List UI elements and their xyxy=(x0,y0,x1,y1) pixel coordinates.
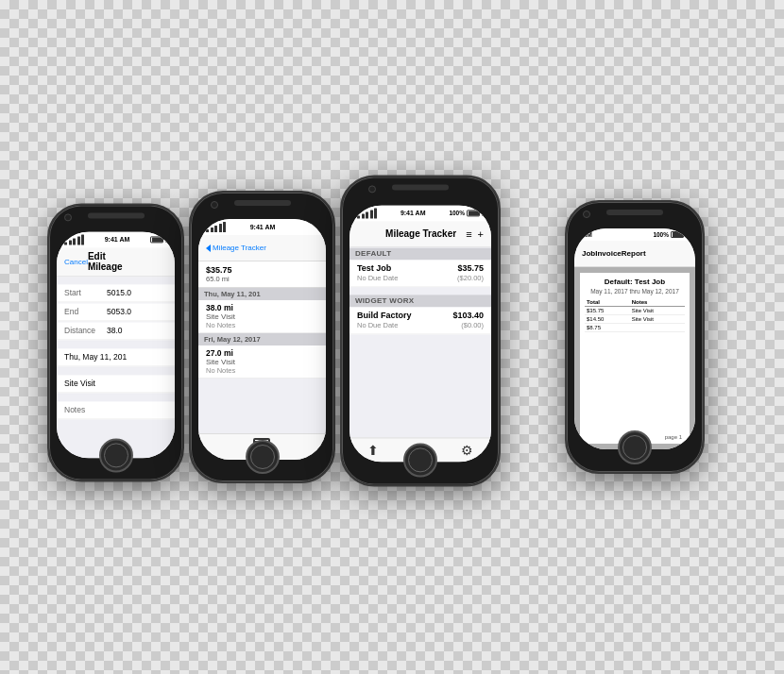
mileage-item-1[interactable]: 38.0 mi Site Visit No Notes xyxy=(198,300,326,333)
status-bar-1: 9:41 AM xyxy=(57,231,175,247)
test-job-sub-amount: ($20.00) xyxy=(457,274,484,282)
date-field[interactable]: Thu, May 11, 201 xyxy=(57,348,175,366)
end-field[interactable]: End 5053.0 xyxy=(57,303,175,321)
battery-tip-4 xyxy=(686,233,688,237)
end-label: End xyxy=(64,307,107,316)
home-button-2[interactable] xyxy=(246,440,280,474)
add-icon[interactable]: + xyxy=(478,228,484,240)
row3-total: $8.75 xyxy=(585,324,630,332)
row3-notes xyxy=(630,324,685,332)
test-job-title: Test Job xyxy=(357,263,457,273)
col-notes: Notes xyxy=(630,298,685,307)
screen-3: 9:41 AM 100% Mileage Tracker xyxy=(349,205,491,462)
battery-area-1 xyxy=(150,236,167,243)
phone-1: 9:41 AM Cancel Edit Mileage xyxy=(47,203,184,481)
date-row-1: Thu, May 11, 201 xyxy=(198,288,326,300)
build-factory-title: Build Factory xyxy=(357,311,452,320)
report-nav-title: JobInvoiceReport xyxy=(582,249,646,258)
nav-bar-2: Mileage Tracker xyxy=(198,235,326,261)
row1-notes: Site Visit xyxy=(630,307,685,315)
speaker-3 xyxy=(392,184,449,190)
miles-2: 27.0 mi xyxy=(206,348,318,358)
back-label: Mileage Tracker xyxy=(213,244,266,252)
row2-notes: Site Visit xyxy=(630,315,685,324)
notes-2: No Notes xyxy=(206,366,318,375)
signal-bar xyxy=(64,242,67,244)
signal-bar xyxy=(219,224,222,232)
purpose-field[interactable]: Site Visit xyxy=(57,375,175,393)
start-value: 5015.0 xyxy=(107,288,131,297)
label-1: Site Visit xyxy=(206,312,318,321)
battery-1 xyxy=(150,236,163,243)
nav-icons-3: ≡ + xyxy=(466,228,484,240)
camera-4 xyxy=(583,211,590,218)
date-row-2: Fri, May 12, 2017 xyxy=(198,333,326,345)
screen-container-4: AM 100% JobInvoiceReport xyxy=(574,228,695,449)
sections-content-3: Default Test Job No Due Date $35.75 ($20… xyxy=(349,247,491,437)
notes-field[interactable]: Notes xyxy=(57,401,175,419)
section-header-widget: Widget Worx xyxy=(349,295,491,307)
purpose-value: Site Visit xyxy=(64,379,95,388)
status-bar-2: 9:41 AM xyxy=(198,219,326,235)
date-value: Thu, May 11, 201 xyxy=(64,352,127,362)
battery-tip-3 xyxy=(482,211,484,215)
time-2: 9:41 AM xyxy=(250,224,276,230)
summary-miles: 65.0 mi xyxy=(206,275,318,283)
signal-3 xyxy=(357,208,377,218)
build-factory-amount: $103.40 xyxy=(452,311,484,320)
form-spacer-4 xyxy=(57,394,175,401)
form-spacer-2 xyxy=(57,341,175,348)
report-row-2: $14.50 Site Visit xyxy=(585,315,685,324)
battery-pct-3: 100% xyxy=(449,210,465,216)
signal-2 xyxy=(206,222,226,232)
screen-2: 9:41 AM Mileage Tracker $35.75 xyxy=(198,219,326,460)
row2-total: $14.50 xyxy=(585,315,630,324)
summary-amount: $35.75 xyxy=(206,265,318,275)
cancel-button[interactable]: Cancel xyxy=(64,258,88,266)
phone-2: 9:41 AM Mileage Tracker $35.75 xyxy=(189,191,335,483)
battery-pct-4: 100% xyxy=(653,231,669,238)
signal-bar xyxy=(362,213,365,218)
report-content-4: Default: Test Job May 11, 2017 thru May … xyxy=(574,267,695,449)
battery-tip-1 xyxy=(165,238,167,242)
home-button-1[interactable] xyxy=(99,438,133,472)
signal-bar xyxy=(81,234,84,244)
signal-bar xyxy=(69,240,72,244)
home-button-3[interactable] xyxy=(403,443,437,477)
home-button-4[interactable] xyxy=(618,430,652,464)
mileage-item-2[interactable]: 27.0 mi Site Visit No Notes xyxy=(198,345,326,379)
list-content-2: Thu, May 11, 201 38.0 mi Site Visit No N… xyxy=(198,288,326,433)
signal-bar xyxy=(73,238,76,244)
menu-icon[interactable]: ≡ xyxy=(466,228,471,240)
back-button[interactable]: Mileage Tracker xyxy=(206,244,266,252)
row1-total: $35.75 xyxy=(585,307,630,315)
signal-1 xyxy=(64,234,84,244)
battery-3 xyxy=(467,210,480,216)
speaker-4 xyxy=(606,210,663,215)
form-content-1: Start 5015.0 End 5053.0 Distance 38.0 xyxy=(57,277,175,458)
time-1: 9:41 AM xyxy=(105,236,130,243)
nav-bar-1: Cancel Edit Mileage xyxy=(57,247,175,277)
miles-1: 38.0 mi xyxy=(206,303,318,312)
signal-bar xyxy=(206,229,209,232)
build-factory-sub-amount: ($0.00) xyxy=(452,321,484,329)
share-icon[interactable]: ⬆ xyxy=(367,443,379,458)
test-job-item[interactable]: Test Job No Due Date $35.75 ($20.00) xyxy=(349,260,491,287)
battery-fill-1 xyxy=(152,237,162,242)
signal-bar xyxy=(370,210,373,218)
camera-2 xyxy=(211,201,218,209)
screen-container-3: 9:41 AM 100% Mileage Tracker xyxy=(349,205,491,462)
distance-field[interactable]: Distance 38.0 xyxy=(57,322,175,340)
page-number: page 1 xyxy=(665,434,682,440)
section-gap xyxy=(349,287,491,295)
build-factory-item[interactable]: Build Factory No Due Date $103.40 ($0.00… xyxy=(349,307,491,334)
summary-row: $35.75 65.0 mi xyxy=(198,261,326,288)
nav-bar-4: JobInvoiceReport xyxy=(574,241,695,267)
battery-4 xyxy=(671,231,684,238)
start-field[interactable]: Start 5015.0 xyxy=(57,284,175,302)
status-bar-4: AM 100% xyxy=(574,228,695,241)
start-label: Start xyxy=(64,288,107,297)
settings-icon[interactable]: ⚙ xyxy=(461,443,473,458)
battery-area-3: 100% xyxy=(449,210,484,216)
signal-bar xyxy=(223,222,226,232)
